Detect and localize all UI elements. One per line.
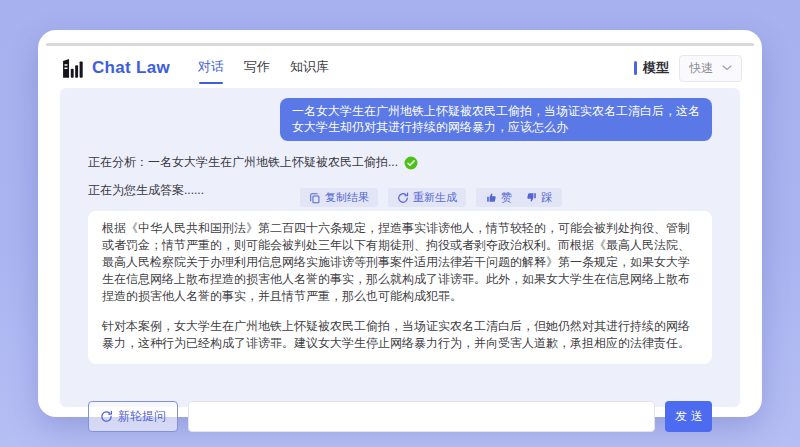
card-top-divider <box>46 43 754 46</box>
refresh-icon <box>397 192 409 204</box>
chat-law-logo-icon <box>60 56 85 81</box>
send-button[interactable]: 发送 <box>665 401 712 432</box>
new-round-label: 新轮提问 <box>118 408 166 425</box>
model-label: 模型 <box>643 59 669 77</box>
regenerate-button[interactable]: 重新生成 <box>388 188 466 207</box>
composer-row: 新轮提问 发送 <box>88 401 712 432</box>
chat-panel: 一名女大学生在广州地铁上怀疑被农民工偷拍，当场证实农名工清白后，这名女大学生却仍… <box>60 88 740 407</box>
check-success-icon <box>404 156 418 170</box>
brand: Chat Law <box>60 56 170 81</box>
model-select-value: 快速 <box>689 60 713 77</box>
thumbs-up-icon <box>486 192 497 203</box>
model-select-dropdown[interactable]: 快速 <box>679 55 742 82</box>
analyzing-status-row: 正在分析：一名女大学生在广州地铁上怀疑被农民工偷拍... <box>88 154 712 171</box>
nav-tabs: 对话 写作 知识库 <box>198 58 329 78</box>
header: Chat Law 对话 写作 知识库 模型 快速 <box>60 52 742 84</box>
user-message-bubble: 一名女大学生在广州地铁上怀疑被农民工偷拍，当场证实农名工清白后，这名女大学生却仍… <box>280 98 712 141</box>
dislike-button[interactable]: 踩 <box>526 190 552 205</box>
answer-paragraph-1: 根据《中华人民共和国刑法》第二百四十六条规定，捏造事实诽谤他人，情节较轻的，可能… <box>102 220 698 305</box>
generating-status-row: 正在为您生成答案...... 复制结果 <box>88 182 712 201</box>
dislike-label: 踩 <box>541 190 552 205</box>
user-message-row: 一名女大学生在广州地铁上怀疑被农民工偷拍，当场证实农名工清白后，这名女大学生却仍… <box>88 98 712 141</box>
message-input[interactable] <box>188 401 655 432</box>
regenerate-label: 重新生成 <box>413 190 457 205</box>
tab-knowledge-base[interactable]: 知识库 <box>290 58 329 78</box>
new-round-button[interactable]: 新轮提问 <box>88 401 178 432</box>
chevron-down-icon <box>722 65 732 71</box>
answer-paragraph-2: 针对本案例，女大学生在广州地铁上怀疑被农民工偷拍，当场证实农名工清白后，但她仍然… <box>102 318 698 352</box>
like-label: 赞 <box>501 190 512 205</box>
app-window: Chat Law 对话 写作 知识库 模型 快速 一名女大学生在广州地铁上怀疑被… <box>38 30 762 417</box>
copy-result-label: 复制结果 <box>325 190 369 205</box>
vote-buttons: 赞 踩 <box>476 188 562 207</box>
generating-status-text: 正在为您生成答案...... <box>88 182 204 199</box>
copy-icon <box>309 192 321 204</box>
answer-card: 根据《中华人民共和国刑法》第二百四十六条规定，捏造事实诽谤他人，情节较轻的，可能… <box>88 211 712 364</box>
tab-writing[interactable]: 写作 <box>244 58 270 78</box>
copy-result-button[interactable]: 复制结果 <box>300 188 378 207</box>
model-accent-bar <box>634 61 637 75</box>
thumbs-down-icon <box>526 192 537 203</box>
new-round-refresh-icon <box>100 410 113 423</box>
model-group: 模型 快速 <box>634 55 742 82</box>
answer-actions: 复制结果 重新生成 <box>300 188 562 207</box>
brand-name: Chat Law <box>92 58 170 78</box>
analyzing-status-text: 正在分析：一名女大学生在广州地铁上怀疑被农民工偷拍... <box>88 154 398 171</box>
like-button[interactable]: 赞 <box>486 190 512 205</box>
tab-conversation[interactable]: 对话 <box>198 58 224 78</box>
